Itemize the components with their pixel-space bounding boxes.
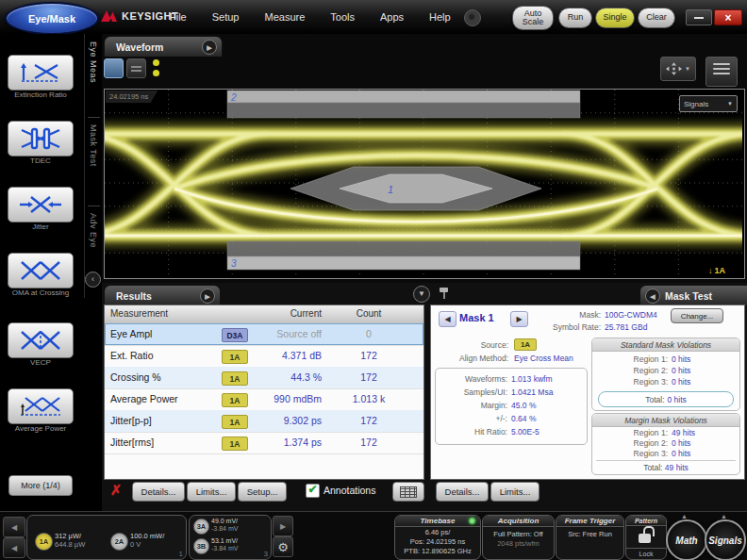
margin-tolerance-label: +/-: <box>440 414 507 423</box>
channel-3a-badge[interactable]: 3A <box>193 519 209 535</box>
table-row-average-power[interactable]: Average Power 1A 990 mdBm 1.013 k <box>105 388 423 411</box>
math-expand-icon[interactable]: ▲ <box>681 513 688 519</box>
tab-adv-eye[interactable]: Adv Eye <box>89 213 98 248</box>
waveform-tab-menu-icon[interactable]: ▶ <box>202 40 217 55</box>
frame-trigger-panel[interactable]: Frame Trigger Src: Free Run <box>556 515 624 560</box>
channel-1a-offset: 644.8 µW <box>55 540 85 549</box>
more-measurements-button[interactable]: More (1/4) <box>8 475 73 496</box>
mask-source-label: Source: <box>450 340 508 350</box>
clear-button[interactable]: Clear <box>638 8 675 28</box>
tab-separator <box>88 206 100 206</box>
tdec-button[interactable] <box>8 121 74 156</box>
std-total-pill: Total: 0 hits <box>598 391 734 407</box>
mask-regions <box>227 91 580 270</box>
delete-measurement-button[interactable]: ✗ <box>106 480 126 501</box>
channel-3b-offset: -3.84 mV <box>211 545 238 552</box>
acquisition-panel[interactable]: Acquisition Full Pattern: Off 2048 pts/w… <box>482 515 555 560</box>
tdec-icon <box>18 127 63 150</box>
camera-icon[interactable] <box>464 9 481 26</box>
pin-icon[interactable] <box>440 288 448 292</box>
measurement-sidebar: Extinction Ratio TDEC Jitter <box>0 34 84 511</box>
signals-expand-icon[interactable]: ▲ <box>721 513 727 519</box>
mask-details-button[interactable]: Details... <box>436 482 489 502</box>
sidebar-collapse-button[interactable]: ‹ <box>85 272 101 288</box>
extinction-ratio-button[interactable] <box>8 55 74 91</box>
pan-dropdown-icon[interactable]: ▼ <box>685 66 690 72</box>
mask-prev-button[interactable]: ◀ <box>439 311 456 327</box>
mask-test-tab-menu-icon[interactable]: ◀ <box>645 288 660 304</box>
panel-collapse-button[interactable]: ▼ <box>413 286 430 303</box>
table-view-button[interactable] <box>392 482 424 502</box>
table-row-jitter-pp[interactable]: Jitter[p-p] 1A 9.302 ps 172 <box>105 410 423 433</box>
results-setup-button[interactable]: Setup... <box>238 482 287 502</box>
results-details-button[interactable]: Details... <box>132 482 185 502</box>
menu-file[interactable]: File <box>170 11 187 23</box>
eye-diagram-display[interactable]: 2 3 1 24.02195 ns Signals ▼ <box>104 89 745 279</box>
display-menu-button[interactable] <box>706 57 738 87</box>
auto-scale-button[interactable]: Auto Scale <box>512 6 554 30</box>
menu-measure[interactable]: Measure <box>264 11 305 23</box>
menu-apps[interactable]: Apps <box>380 11 404 23</box>
current-value: 9.302 ps <box>227 415 322 426</box>
pan-tool-button[interactable]: ▼ <box>660 57 696 81</box>
std-region2-value: 0 hits <box>672 366 690 375</box>
single-button[interactable]: Single <box>595 8 635 28</box>
mask-stats-box: Waveforms: 1.013 kwfm Samples/UI: 1.0421… <box>435 368 588 445</box>
signals-button[interactable]: Signals <box>705 519 746 560</box>
tab-mask-test[interactable]: Mask Test <box>89 124 98 167</box>
annotations-checkbox[interactable]: ✔ <box>306 484 320 498</box>
channel-group-1[interactable]: 1A 312 µW/ 644.8 µW 2A 100.0 mW/ 0 V 1 <box>26 515 187 560</box>
channel-page-next-button[interactable]: ▶ <box>273 516 293 536</box>
eye-mode-button[interactable] <box>104 58 124 78</box>
channel-page-prev-button[interactable]: ◀ <box>3 517 25 537</box>
channel-group-3[interactable]: 3A 49.0 mV/ -3.84 mV 3B 53.1 mV/ -3.84 m… <box>189 515 272 560</box>
pattern-title: Pattern <box>626 516 666 526</box>
channel-settings-button[interactable]: ⚙ <box>273 536 293 557</box>
mask-change-button[interactable]: Change... <box>671 308 723 323</box>
mask-region-2-label: 2 <box>230 92 237 103</box>
table-row-eye-ampl[interactable]: Eye Ampl D3A Source off 0 <box>105 323 423 346</box>
mask-test-tab[interactable]: ◀ Mask Test <box>639 285 747 305</box>
channel-3b-badge[interactable]: 3B <box>193 538 209 554</box>
tdec-label: TDEC <box>0 156 81 165</box>
measurement-name: Jitter[rms] <box>110 436 154 448</box>
close-button[interactable]: × <box>714 9 742 25</box>
mask-value: 100G-CWDM4 <box>605 310 657 320</box>
run-button[interactable]: Run <box>558 8 592 28</box>
tab-eye-meas[interactable]: Eye Meas <box>89 41 98 83</box>
pattern-lock-panel[interactable]: Pattern Lock <box>625 515 667 560</box>
channel-3a-offset: -3.84 mV <box>211 525 238 533</box>
minimize-button[interactable] <box>686 9 712 25</box>
oma-at-crossing-button[interactable] <box>8 253 74 288</box>
menu-setup[interactable]: Setup <box>212 11 240 23</box>
table-row-ext-ratio[interactable]: Ext. Ratio 1A 4.371 dB 172 <box>105 345 423 368</box>
channel-2a-badge[interactable]: 2A <box>110 533 128 551</box>
timebase-led-icon <box>469 518 475 524</box>
signals-dropdown[interactable]: Signals ▼ <box>679 95 738 112</box>
channel-1a-badge[interactable]: 1A <box>35 533 53 551</box>
results-tab-menu-icon[interactable]: ▶ <box>200 288 215 304</box>
jitter-button[interactable] <box>8 187 74 222</box>
math-button[interactable]: Math <box>666 519 707 560</box>
channel-page-prev2-button[interactable]: ◀ <box>3 537 25 558</box>
hit-ratio-value: 5.00E-5 <box>511 427 540 436</box>
acquisition-title: Acquisition <box>483 516 554 527</box>
measurement-name: Average Power <box>110 393 178 404</box>
menu-tools[interactable]: Tools <box>330 11 355 23</box>
margin-violations-box: Margin Mask Violations Region 1: 49 hits… <box>591 413 740 475</box>
mask-region-3-dark <box>227 241 580 256</box>
mask-limits-button[interactable]: Limits... <box>490 482 540 502</box>
waveform-tab[interactable]: Waveform ▶ <box>104 36 223 57</box>
timebase-panel[interactable]: Timebase 6.46 ps/ Pos: 24.02195 ns PTB: … <box>394 515 481 560</box>
app-mode-button[interactable]: Eye/Mask <box>5 2 99 35</box>
average-power-button[interactable] <box>8 388 74 424</box>
flexdca-eye-mask-app: Eye/Mask KEYSIGHT File Setup Measure Too… <box>0 0 747 560</box>
std-total-value: 0 hits <box>668 395 687 404</box>
menu-help[interactable]: Help <box>429 11 451 23</box>
vecp-button[interactable] <box>8 322 74 358</box>
table-row-crossing[interactable]: Crossing % 1A 44.3 % 172 <box>105 367 423 389</box>
results-limits-button[interactable]: Limits... <box>187 482 236 502</box>
table-row-jitter-rms[interactable]: Jitter[rms] 1A 1.374 ps 172 <box>105 432 423 454</box>
results-tab[interactable]: Results ▶ <box>104 285 221 305</box>
pattern-mode-button[interactable] <box>126 58 146 78</box>
